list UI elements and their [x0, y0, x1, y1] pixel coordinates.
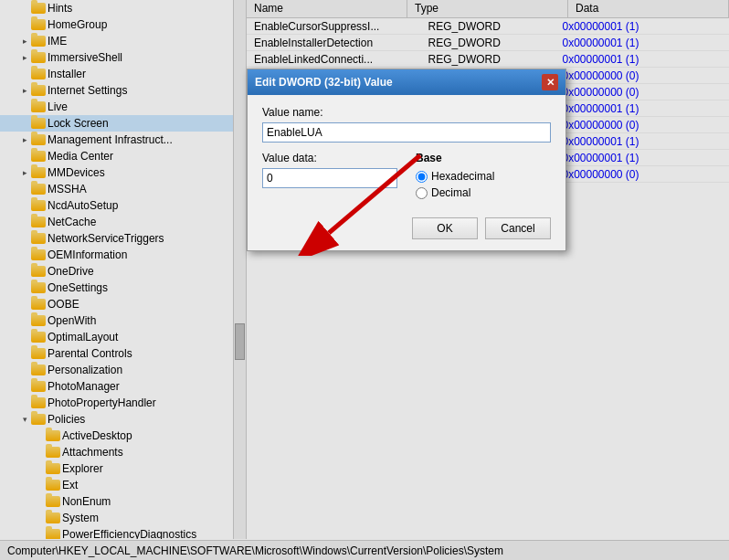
value-name-input[interactable]	[262, 122, 551, 143]
value-name-label: Value name:	[262, 106, 551, 119]
ok-button[interactable]: OK	[412, 217, 478, 239]
decimal-radio[interactable]	[416, 187, 428, 199]
hexadecimal-radio[interactable]	[416, 171, 428, 183]
decimal-radio-row: Decimal	[416, 186, 551, 199]
base-label: Base	[416, 152, 551, 164]
hexadecimal-radio-row: Hexadecimal	[416, 170, 551, 183]
value-data-input[interactable]	[262, 168, 397, 188]
value-data-label: Value data:	[262, 152, 397, 164]
value-data-col: Value data:	[262, 152, 397, 203]
cancel-button[interactable]: Cancel	[485, 217, 551, 239]
dialog-body: Value name: Value data: Base Hexadecimal…	[248, 95, 565, 250]
hexadecimal-label: Hexadecimal	[431, 170, 494, 183]
edit-dword-dialog: Edit DWORD (32-bit) Value ✕ Value name: …	[247, 69, 566, 251]
dialog-buttons: OK Cancel	[262, 214, 551, 239]
dialog-data-row: Value data: Base Hexadecimal Decimal	[262, 152, 551, 203]
dialog-titlebar: Edit DWORD (32-bit) Value ✕	[248, 69, 565, 95]
base-col: Base Hexadecimal Decimal	[416, 152, 551, 203]
decimal-label: Decimal	[431, 186, 470, 199]
dialog-title: Edit DWORD (32-bit) Value	[255, 76, 393, 89]
registry-editor: Hints HomeGroup ▸ IME ▸ ImmersiveShell I…	[0, 0, 729, 560]
dialog-close-button[interactable]: ✕	[542, 74, 558, 90]
